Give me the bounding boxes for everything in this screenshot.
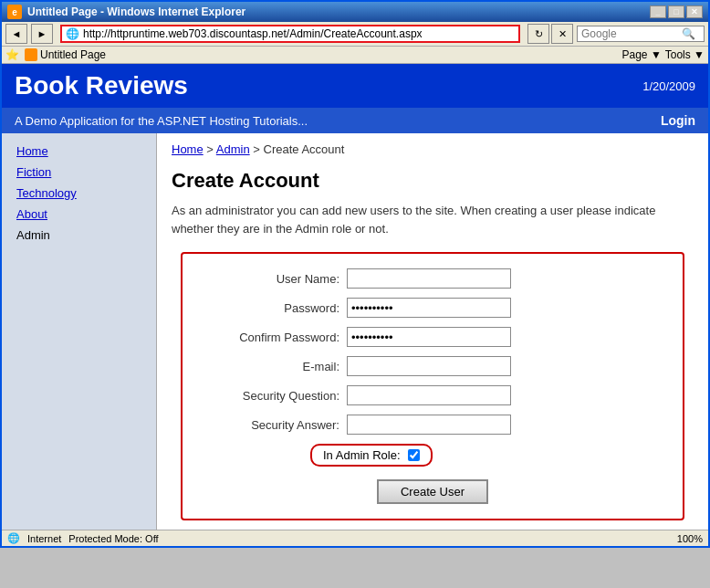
email-input[interactable] <box>347 356 511 376</box>
address-bar[interactable]: 🌐 <box>60 25 520 43</box>
page-menu[interactable]: Page ▼ <box>622 48 662 61</box>
page-area: Book Reviews 1/20/2009 A Demo Applicatio… <box>2 64 708 530</box>
password-input[interactable] <box>347 298 511 318</box>
site-tagline: A Demo Application for the ASP.NET Hosti… <box>15 114 308 128</box>
window-title: Untitled Page - Windows Internet Explore… <box>27 5 245 18</box>
login-link[interactable]: Login <box>661 113 695 128</box>
status-text: Internet <box>27 533 61 544</box>
breadcrumb: Home > Admin > Create Account <box>172 142 694 156</box>
email-label: E-mail: <box>201 360 347 373</box>
site-date: 1/20/2009 <box>642 79 695 93</box>
main-layout: Home Fiction Technology About Admin Home… <box>2 133 708 530</box>
create-user-button[interactable]: Create User <box>377 479 488 504</box>
browser-window: e Untitled Page - Windows Internet Explo… <box>0 0 710 548</box>
admin-role-row: In Admin Role: <box>201 444 664 467</box>
username-row: User Name: <box>201 268 664 289</box>
favorites-tab-label: Untitled Page <box>25 48 106 61</box>
sidebar-item-home[interactable]: Home <box>2 141 156 162</box>
security-answer-label: Security Answer: <box>201 418 347 432</box>
page-tools: Page ▼ Tools ▼ <box>622 48 705 61</box>
sidebar-item-about[interactable]: About <box>2 204 156 225</box>
refresh-button[interactable]: ↻ <box>527 24 549 44</box>
username-label: User Name: <box>201 272 347 286</box>
breadcrumb-home[interactable]: Home <box>172 142 204 156</box>
sidebar-item-admin[interactable]: Admin <box>2 225 156 246</box>
ie-icon: e <box>7 5 22 19</box>
password-label: Password: <box>201 301 347 315</box>
search-icon[interactable]: 🔍 <box>682 27 695 40</box>
confirm-password-label: Confirm Password: <box>201 331 347 344</box>
admin-role-checkbox[interactable] <box>408 449 420 461</box>
address-input[interactable] <box>83 27 515 40</box>
close-button[interactable]: ✕ <box>686 5 703 18</box>
title-bar-left: e Untitled Page - Windows Internet Explo… <box>7 5 245 19</box>
form-panel: User Name: Password: Confirm Password: <box>181 252 684 520</box>
security-answer-row: Security Answer: <box>201 415 664 435</box>
status-globe-icon: 🌐 <box>7 532 20 544</box>
confirm-password-input[interactable] <box>347 327 511 347</box>
title-bar: e Untitled Page - Windows Internet Explo… <box>2 2 708 22</box>
site-title: Book Reviews <box>15 71 188 100</box>
favorites-star-icon: ⭐ <box>5 48 19 61</box>
favorites-bar: ⭐ Untitled Page Page ▼ Tools ▼ <box>2 47 708 64</box>
tab-label[interactable]: Untitled Page <box>40 48 106 61</box>
protected-mode-text: Protected Mode: Off <box>68 533 158 544</box>
breadcrumb-admin[interactable]: Admin <box>216 142 250 156</box>
confirm-password-row: Confirm Password: <box>201 327 664 347</box>
submit-row: Create User <box>201 479 664 504</box>
security-answer-input[interactable] <box>347 415 511 435</box>
blue-bar: A Demo Application for the ASP.NET Hosti… <box>2 108 708 133</box>
toolbar: ◄ ► 🌐 ↻ ✕ 🔍 <box>2 22 708 47</box>
breadcrumb-current: Create Account <box>264 142 345 156</box>
email-row: E-mail: <box>201 356 664 376</box>
title-bar-controls[interactable]: _ □ ✕ <box>650 5 703 18</box>
status-left: 🌐 Internet Protected Mode: Off <box>7 532 159 544</box>
page-title: Create Account <box>172 169 694 193</box>
restore-button[interactable]: □ <box>668 5 684 18</box>
search-bar[interactable]: 🔍 <box>577 26 705 42</box>
forward-button[interactable]: ► <box>31 24 53 44</box>
content-area: Home > Admin > Create Account Create Acc… <box>157 133 708 530</box>
status-right: 100% <box>677 533 703 544</box>
back-button[interactable]: ◄ <box>5 24 27 44</box>
security-question-row: Security Question: <box>201 385 664 405</box>
address-icon: 🌐 <box>66 27 79 40</box>
site-header: Book Reviews 1/20/2009 <box>2 64 708 108</box>
page-description: As an administrator you can add new user… <box>172 202 694 237</box>
stop-button[interactable]: ✕ <box>551 24 573 44</box>
breadcrumb-sep2: > <box>253 142 263 156</box>
minimize-button[interactable]: _ <box>650 5 666 18</box>
admin-role-label: In Admin Role: <box>323 448 401 462</box>
zoom-level: 100% <box>677 533 703 544</box>
breadcrumb-sep1: > <box>206 142 216 156</box>
sidebar-item-fiction[interactable]: Fiction <box>2 162 156 183</box>
sidebar: Home Fiction Technology About Admin <box>2 133 157 530</box>
ie-fav-icon <box>25 48 37 61</box>
sidebar-item-technology[interactable]: Technology <box>2 183 156 204</box>
search-input[interactable] <box>581 27 682 40</box>
tools-menu[interactable]: Tools ▼ <box>665 48 705 61</box>
security-question-input[interactable] <box>347 385 511 405</box>
admin-role-box: In Admin Role: <box>310 444 433 467</box>
status-bar: 🌐 Internet Protected Mode: Off 100% <box>2 530 708 546</box>
security-question-label: Security Question: <box>201 389 347 403</box>
refresh-stop-area: ↻ ✕ <box>527 24 573 44</box>
password-row: Password: <box>201 298 664 318</box>
username-input[interactable] <box>347 268 511 289</box>
